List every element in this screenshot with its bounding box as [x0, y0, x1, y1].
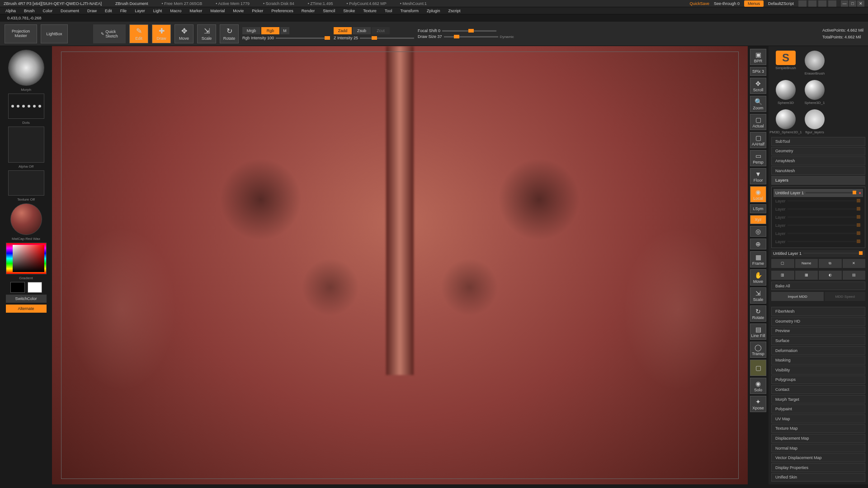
section-normal-map[interactable]: Normal Map — [771, 444, 865, 453]
move-mode-button[interactable]: ✥Move — [175, 24, 193, 43]
frame-button[interactable]: ▦Frame — [750, 251, 766, 267]
spix-button[interactable]: SPix 3 — [750, 67, 766, 76]
floor-button[interactable]: ▼Floor — [750, 168, 766, 184]
texture-selector[interactable] — [8, 170, 44, 196]
menu-item[interactable]: Layer — [135, 9, 145, 13]
tool-pm3d[interactable]: PM3D_Sphere3D_1 — [773, 109, 798, 134]
menu-item[interactable]: Light — [153, 9, 162, 13]
section-display-properties[interactable]: Display Properties — [771, 463, 865, 472]
menu-item[interactable]: Document — [61, 9, 79, 13]
focal-shift-slider[interactable]: Focal Shift 0 — [418, 28, 514, 33]
viewport[interactable] — [52, 46, 748, 484]
section-preview[interactable]: Preview — [771, 327, 865, 336]
record-icon[interactable]: ● — [859, 191, 861, 195]
zsub-button[interactable]: Zsub — [353, 27, 371, 34]
layer-split-button[interactable]: ▥ — [771, 271, 794, 280]
quick-sketch-button[interactable]: ✎Quick Sketch — [93, 24, 126, 43]
menu-item[interactable]: Zplugin — [427, 9, 440, 13]
layer-row[interactable]: Layer — [774, 221, 863, 230]
xpose-button[interactable]: ✦Xpose — [750, 396, 766, 412]
zadd-button[interactable]: Zadd — [334, 27, 352, 34]
center-button[interactable]: ◎ — [750, 226, 766, 237]
menu-item[interactable]: Brush — [24, 9, 35, 13]
section-arraymesh[interactable]: ArrayMesh — [771, 156, 865, 165]
gradient-label[interactable]: Gradient — [19, 276, 33, 280]
target-button[interactable]: ⊕ — [750, 239, 766, 249]
default-script[interactable]: DefaultZScript — [768, 1, 794, 6]
section-unified-skin[interactable]: Unified Skin — [771, 473, 865, 482]
section-deformation[interactable]: Deformation — [771, 346, 865, 355]
tool-sphere3d-1[interactable]: Sphere3D_1 — [802, 80, 827, 105]
layer-name-button[interactable]: Name — [795, 259, 818, 268]
section-displacement-map[interactable]: Displacement Map — [771, 434, 865, 443]
menus-button[interactable]: Menus — [744, 0, 764, 7]
linefill-button[interactable]: ▤Line Fill — [750, 324, 766, 340]
mdd-speed-button[interactable]: MDD Speed — [825, 292, 865, 301]
menu-item[interactable]: Alpha — [5, 9, 16, 13]
layer-new-button[interactable]: ▢ — [771, 259, 794, 268]
layer-x-button[interactable]: ▤ — [843, 271, 866, 280]
section-morph-target[interactable]: Morph Target — [771, 395, 865, 404]
edit-mode-button[interactable]: ✎Edit — [129, 24, 148, 43]
actual-button[interactable]: ▢Actual — [750, 114, 766, 130]
section-fibermesh[interactable]: FiberMesh — [771, 307, 865, 316]
import-mdd-button[interactable]: Import MDD — [771, 292, 824, 301]
section-vector-disp-map[interactable]: Vector Displacement Map — [771, 453, 865, 462]
layer-row[interactable]: Untitled Layer 1● — [774, 189, 863, 197]
selected-layer-readout[interactable]: Untitled Layer 1 — [771, 250, 865, 257]
aahalf-button[interactable]: ▢AAHalf — [750, 132, 766, 148]
section-subtool[interactable]: SubTool — [771, 137, 865, 146]
persp-button[interactable]: ▭Persp — [750, 150, 766, 166]
menu-item[interactable]: Picker — [252, 9, 263, 13]
section-geometry[interactable]: Geometry — [771, 147, 865, 156]
brush-selector[interactable] — [8, 50, 44, 86]
layer-row[interactable]: Layer — [774, 238, 863, 246]
layout-icon[interactable] — [798, 0, 807, 7]
z-intensity-slider[interactable]: Z Intensity 25 — [334, 36, 414, 40]
menu-item[interactable]: File — [120, 9, 127, 13]
quicksave-button[interactable]: QuickSave — [689, 1, 709, 6]
rotate-mode-button[interactable]: ↻Rotate — [220, 24, 239, 43]
stroke-selector[interactable] — [8, 94, 44, 119]
layer-del-button[interactable]: ✕ — [843, 259, 866, 268]
section-surface[interactable]: Surface — [771, 336, 865, 345]
layer-dup-button[interactable]: ⧉ — [819, 259, 842, 268]
tool-figur-layers[interactable]: figur_layers — [802, 109, 827, 134]
lightbox-button[interactable]: LightBox — [41, 24, 68, 43]
menu-item[interactable]: Color — [43, 9, 53, 13]
menu-item[interactable]: Transform — [400, 9, 419, 13]
menu-item[interactable]: Preferences — [271, 9, 293, 13]
layer-merge-button[interactable]: ▦ — [795, 271, 818, 280]
section-contact[interactable]: Contact — [771, 385, 865, 394]
section-masking[interactable]: Masking — [771, 356, 865, 365]
menu-item[interactable]: Texture — [363, 9, 377, 13]
layer-row[interactable]: Layer — [774, 197, 863, 205]
menu-item[interactable]: Zscript — [448, 9, 461, 13]
mrgb-button[interactable]: Mrgb — [242, 27, 260, 34]
solo-button[interactable]: ◉Solo — [750, 378, 766, 394]
lsym-button[interactable]: LSym — [750, 204, 766, 213]
menu-item[interactable]: Material — [210, 9, 225, 13]
menu-item[interactable]: Stroke — [343, 9, 355, 13]
section-visibility[interactable]: Visibility — [771, 366, 865, 375]
secondary-color-swatch[interactable] — [28, 282, 42, 293]
m-button[interactable]: M — [280, 27, 289, 34]
menu-item[interactable]: Stencil — [323, 9, 335, 13]
ghost-button[interactable]: ▢ — [750, 360, 766, 376]
layout-icon[interactable] — [808, 0, 816, 7]
layout-icon[interactable] — [828, 0, 836, 7]
menu-item[interactable]: Movie — [233, 9, 244, 13]
menu-item[interactable]: Edit — [105, 9, 112, 13]
see-through-slider[interactable]: See-through 0 — [714, 1, 740, 6]
scale-nav-button[interactable]: ⇲Scale — [750, 287, 766, 304]
menu-item[interactable]: Tool — [385, 9, 392, 13]
alternate-button[interactable]: Alternate — [6, 305, 47, 313]
color-picker[interactable] — [6, 243, 47, 274]
rgb-button[interactable]: Rgb — [261, 27, 279, 34]
layer-row[interactable]: Layer — [774, 230, 863, 238]
bpr-button[interactable]: ▣BPR — [750, 49, 766, 65]
close-icon[interactable]: ✕ — [857, 0, 864, 7]
menu-item[interactable]: Macro — [170, 9, 181, 13]
minimize-icon[interactable]: — — [841, 0, 848, 7]
bake-all-button[interactable]: Bake All — [771, 282, 865, 291]
